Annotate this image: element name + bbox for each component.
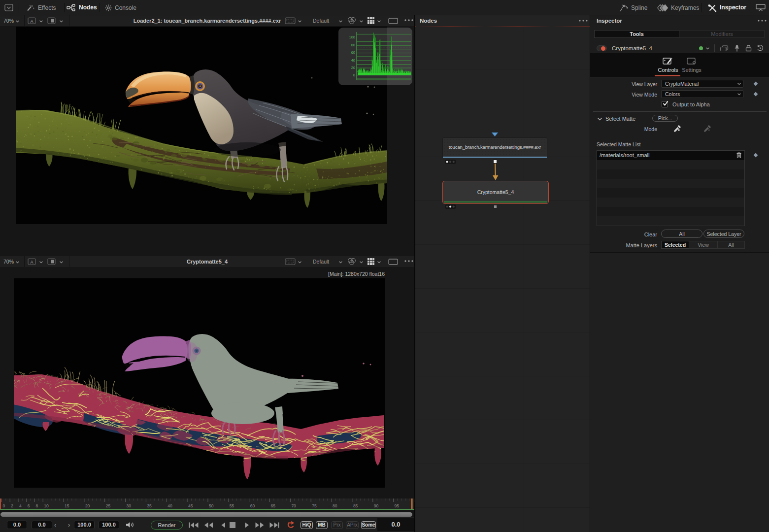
- svg-text:0: 0: [3, 503, 5, 508]
- svg-text:100: 100: [349, 35, 355, 39]
- svg-text:70: 70: [291, 503, 296, 508]
- svg-text:80: 80: [351, 43, 355, 47]
- svg-text:95: 95: [395, 503, 400, 508]
- svg-text:65: 65: [271, 503, 276, 508]
- svg-text:6: 6: [28, 503, 30, 508]
- svg-text:15: 15: [65, 503, 69, 508]
- svg-text:75: 75: [312, 503, 317, 508]
- svg-text:40: 40: [351, 58, 355, 63]
- svg-text:60: 60: [250, 503, 255, 508]
- svg-text:45: 45: [188, 503, 193, 508]
- svg-text:55: 55: [230, 503, 234, 508]
- svg-text:4: 4: [19, 503, 22, 508]
- svg-text:40: 40: [167, 503, 172, 508]
- svg-text:20: 20: [351, 66, 355, 70]
- svg-text:35: 35: [147, 503, 152, 508]
- svg-text:8: 8: [36, 503, 38, 508]
- svg-text:25: 25: [106, 503, 111, 508]
- svg-text:20: 20: [85, 503, 90, 508]
- svg-text:2: 2: [11, 503, 13, 508]
- svg-text:50: 50: [209, 503, 214, 508]
- svg-text:0: 0: [353, 73, 355, 77]
- svg-text:90: 90: [374, 503, 379, 508]
- svg-text:30: 30: [127, 503, 132, 508]
- svg-text:10: 10: [44, 503, 49, 508]
- svg-text:85: 85: [353, 503, 358, 508]
- svg-text:60: 60: [351, 50, 355, 55]
- svg-text:80: 80: [333, 503, 337, 508]
